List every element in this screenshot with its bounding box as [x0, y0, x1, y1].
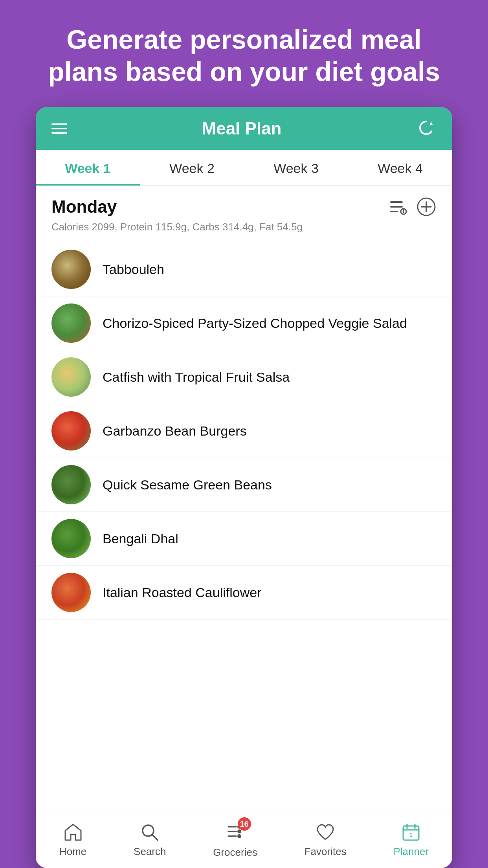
meal-thumbnail — [51, 357, 91, 397]
meal-list: Tabbouleh Chorizo-Spiced Party-Sized Cho… — [36, 243, 452, 620]
meal-name: Garbanzo Bean Burgers — [103, 422, 247, 440]
nav-label-search: Search — [134, 846, 166, 858]
nav-item-search[interactable]: Search — [134, 822, 166, 858]
week-tabs: Week 1 Week 2 Week 3 Week 4 — [36, 150, 452, 186]
meal-item[interactable]: Italian Roasted Cauliflower — [36, 566, 452, 620]
home-icon — [63, 822, 83, 842]
meal-name: Chorizo-Spiced Party-Sized Chopped Veggi… — [103, 314, 407, 332]
meal-name: Catfish with Tropical Fruit Salsa — [103, 368, 290, 386]
meal-item[interactable]: Chorizo-Spiced Party-Sized Chopped Veggi… — [36, 296, 452, 350]
meal-thumbnail — [51, 573, 91, 612]
nav-item-planner[interactable]: 1 Planner — [393, 822, 429, 858]
svg-point-5 — [403, 210, 404, 211]
planner-icon: 1 — [401, 822, 421, 842]
tab-week4[interactable]: Week 4 — [348, 150, 452, 185]
nav-item-groceries[interactable]: 16 Groceries — [213, 821, 257, 859]
tab-week2[interactable]: Week 2 — [140, 150, 244, 185]
tab-week3[interactable]: Week 3 — [244, 150, 348, 185]
svg-text:1: 1 — [409, 832, 413, 838]
nav-label-groceries: Groceries — [213, 846, 257, 859]
nav-label-home: Home — [59, 846, 86, 858]
meal-item[interactable]: Quick Sesame Green Beans — [36, 458, 452, 512]
meal-thumbnail — [51, 303, 91, 343]
heart-icon — [315, 822, 336, 842]
meal-name: Tabbouleh — [103, 261, 164, 278]
refresh-icon[interactable] — [416, 118, 437, 139]
meal-item[interactable]: Catfish with Tropical Fruit Salsa — [36, 350, 452, 404]
day-title: Monday — [51, 197, 117, 217]
add-meal-icon[interactable] — [416, 197, 437, 217]
app-header: Meal Plan — [36, 107, 452, 150]
menu-icon[interactable] — [51, 123, 67, 134]
day-actions — [388, 197, 437, 217]
tab-week1[interactable]: Week 1 — [36, 150, 140, 185]
nav-item-home[interactable]: Home — [59, 822, 86, 858]
nav-label-favorites: Favorites — [305, 846, 347, 858]
app-title: Meal Plan — [202, 119, 282, 138]
meal-thumbnail — [51, 250, 91, 289]
groceries-badge: 16 — [238, 817, 251, 831]
bottom-nav: Home Search 16 Groceries — [36, 813, 452, 868]
meal-name: Italian Roasted Cauliflower — [103, 584, 261, 601]
main-content: Monday Calories 2099, P — [36, 186, 452, 813]
meal-name: Bengali Dhal — [103, 530, 178, 547]
svg-line-10 — [152, 835, 158, 840]
meal-thumbnail — [51, 519, 91, 558]
svg-point-15 — [237, 829, 241, 833]
phone-frame: Meal Plan Week 1 Week 2 Week 3 Week 4 Mo… — [36, 107, 452, 868]
hero-heading: Generate personalized meal plans based o… — [0, 0, 488, 107]
svg-point-16 — [237, 834, 241, 838]
meal-thumbnail — [51, 411, 91, 451]
calories-info: Calories 2099, Protein 115.9g, Carbs 314… — [36, 221, 452, 243]
nav-item-favorites[interactable]: Favorites — [305, 822, 347, 858]
meal-item[interactable]: Garbanzo Bean Burgers — [36, 404, 452, 458]
nav-label-planner: Planner — [393, 846, 429, 858]
day-header: Monday — [36, 186, 452, 221]
meal-thumbnail — [51, 465, 91, 504]
search-icon — [139, 822, 160, 842]
list-settings-icon[interactable] — [388, 197, 408, 217]
meal-name: Quick Sesame Green Beans — [103, 476, 272, 493]
meal-item[interactable]: Tabbouleh — [36, 243, 452, 296]
meal-item[interactable]: Bengali Dhal — [36, 512, 452, 566]
